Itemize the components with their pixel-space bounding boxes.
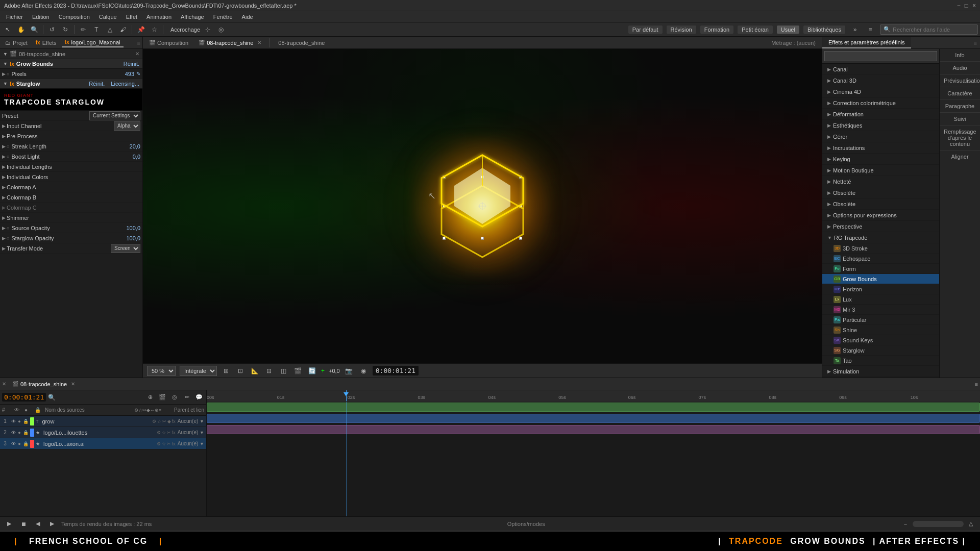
- preset-select[interactable]: Current Settings: [89, 111, 140, 120]
- close-comp-icon[interactable]: ✕: [135, 51, 139, 57]
- tool-redo[interactable]: ↻: [60, 24, 71, 35]
- layer-solo-1[interactable]: ●: [16, 418, 22, 424]
- tab-composition[interactable]: 🎬 Composition: [145, 39, 192, 47]
- tool-brush[interactable]: 🖌: [117, 24, 129, 35]
- menu-calque[interactable]: Calque: [95, 13, 121, 21]
- ruler-btn[interactable]: 📐: [250, 366, 260, 376]
- cat-simulation[interactable]: ▶ Simulation: [822, 366, 939, 377]
- grow-bounds-reset[interactable]: Réinit.: [124, 61, 139, 67]
- streak-length-value[interactable]: 20,0: [110, 143, 140, 149]
- fx-tao[interactable]: Ta Tao: [822, 356, 939, 366]
- fx-starglow[interactable]: SG Starglow: [822, 345, 939, 356]
- tab-trapcode-shine[interactable]: 🎬 08-trapcode_shine ✕: [194, 39, 265, 47]
- 3d-btn[interactable]: 🎬: [292, 366, 303, 376]
- usuel-btn[interactable]: Usuel: [777, 26, 799, 34]
- switch-1[interactable]: ⚙: [152, 419, 156, 424]
- starglow-reset[interactable]: Réinit.: [89, 81, 105, 87]
- quality-select[interactable]: Intégrale: [180, 366, 217, 376]
- timeline-close-btn[interactable]: ✕: [2, 381, 6, 387]
- comp-timecode[interactable]: 0:00:01:21: [373, 366, 419, 375]
- play-btn[interactable]: ▶: [4, 519, 14, 529]
- cat-obsolete-1[interactable]: ▶ Obsolète: [822, 187, 939, 198]
- prev-frame-btn[interactable]: ◀: [33, 519, 43, 529]
- zoom-out-btn[interactable]: −: [900, 519, 911, 529]
- tab-paragraphe[interactable]: Paragraphe: [940, 100, 980, 113]
- menu-fenetre[interactable]: Fenêtre: [209, 13, 237, 21]
- tab-logo[interactable]: fx logo/Logo_Maxonai: [62, 38, 124, 47]
- sw2-4[interactable]: fx: [172, 430, 176, 435]
- search-input[interactable]: [893, 27, 974, 33]
- tool-pen[interactable]: ✏: [78, 24, 89, 35]
- cat-nettete[interactable]: ▶ Netteté: [822, 176, 939, 187]
- pixels-expand-icon[interactable]: ▶: [2, 71, 6, 77]
- fx-particular[interactable]: Pa Particular: [822, 315, 939, 325]
- tool-puppet[interactable]: ☆: [149, 24, 160, 35]
- cat-rg-trapcode[interactable]: ▼ RG Trapcode: [822, 232, 939, 243]
- panel-menu-icon[interactable]: ≡: [137, 40, 140, 46]
- fx-form[interactable]: Fo Form: [822, 264, 939, 274]
- colormap-b-expand[interactable]: ▶: [2, 195, 6, 200]
- layer-lock-3[interactable]: 🔒: [22, 441, 29, 447]
- layer-eye-2[interactable]: 👁: [10, 430, 16, 436]
- cat-obsolete-2[interactable]: ▶ Obsolète: [822, 198, 939, 210]
- cat-incrustations[interactable]: ▶ Incrustations: [822, 142, 939, 154]
- pixels-edit-icon[interactable]: ✎: [136, 71, 140, 77]
- input-channel-select[interactable]: Alpha: [114, 121, 140, 131]
- snapshot-btn[interactable]: 📷: [344, 366, 354, 376]
- layer-lock-1[interactable]: 🔒: [22, 418, 29, 424]
- layer-lock-2[interactable]: 🔒: [22, 430, 29, 436]
- boost-light-value[interactable]: 0,0: [110, 154, 140, 160]
- close-btn[interactable]: ×: [972, 2, 976, 9]
- layer-solo-3[interactable]: ●: [16, 441, 22, 447]
- layer-eye-3[interactable]: 👁: [10, 441, 16, 447]
- starglow-expand-icon[interactable]: ▼: [3, 81, 8, 86]
- zoom-select[interactable]: 50 %: [147, 366, 176, 376]
- menu-animation[interactable]: Animation: [142, 13, 176, 21]
- tool-select[interactable]: ↖: [2, 24, 13, 35]
- layer-name-2[interactable]: logo/Lo...ilouettes: [41, 430, 157, 436]
- minimize-btn[interactable]: −: [957, 2, 961, 9]
- menu-fichier[interactable]: Fichier: [2, 13, 27, 21]
- sw3-2[interactable]: ☆: [162, 441, 166, 446]
- sw3-1[interactable]: ⚙: [157, 441, 161, 446]
- fx-lux[interactable]: Lx Lux: [822, 294, 939, 305]
- tab-caractere[interactable]: Caractère: [940, 87, 980, 100]
- solo-btn[interactable]: ◎: [169, 392, 180, 403]
- timeline-menu-icon[interactable]: ≡: [975, 381, 978, 387]
- window-controls[interactable]: − □ ×: [957, 2, 976, 9]
- tool-shape[interactable]: △: [104, 24, 115, 35]
- src-opacity-expand[interactable]: ▶: [2, 226, 6, 231]
- boost-light-expand[interactable]: ▶: [2, 154, 6, 159]
- parent-dropdown-2[interactable]: ▼: [200, 430, 204, 435]
- new-comp-btn[interactable]: ⊕: [145, 392, 155, 403]
- layer-name-1[interactable]: grow: [40, 418, 152, 424]
- fx-search-input[interactable]: [824, 51, 937, 61]
- timeline-search-icon[interactable]: 🔍: [48, 394, 56, 401]
- cat-correction[interactable]: ▶ Correction colorimétrique: [822, 97, 939, 109]
- colormap-c-expand[interactable]: ▶: [2, 205, 6, 210]
- fx-sound-keys[interactable]: SK Sound Keys: [822, 335, 939, 345]
- overlay-btn[interactable]: ◫: [278, 366, 288, 376]
- par-defaut-btn[interactable]: Par défaut: [628, 26, 663, 34]
- pre-process-expand[interactable]: ▶: [2, 134, 6, 139]
- right-panel-menu[interactable]: ≡: [971, 40, 980, 46]
- timeline-tab-close[interactable]: ✕: [71, 381, 75, 387]
- options-modes-link[interactable]: Options/modes: [507, 521, 545, 527]
- tool-undo[interactable]: ↺: [46, 24, 58, 35]
- render-btn[interactable]: 🎬: [157, 392, 167, 403]
- zoom-in-btn[interactable]: △: [966, 519, 976, 529]
- tab-projet[interactable]: 🗂 Projet: [2, 39, 31, 47]
- tab-info[interactable]: Info: [940, 49, 980, 62]
- tab-effets[interactable]: fx Effets: [33, 39, 60, 47]
- menu-effet[interactable]: Effet: [122, 13, 141, 21]
- menu-composition[interactable]: Composition: [55, 13, 94, 21]
- sw2-3[interactable]: ✂: [167, 430, 171, 435]
- ind-colors-expand[interactable]: ▶: [2, 174, 6, 180]
- fx-grow-bounds[interactable]: GB Grow Bounds: [822, 274, 939, 284]
- sw2-2[interactable]: ☆: [162, 430, 166, 435]
- tab-aligner[interactable]: Aligner: [940, 151, 980, 163]
- grid-btn[interactable]: ⊞: [221, 366, 231, 376]
- expand-panels-btn[interactable]: »: [849, 24, 861, 35]
- maximize-btn[interactable]: □: [965, 2, 968, 9]
- petit-ecran-btn[interactable]: Petit écran: [738, 26, 773, 34]
